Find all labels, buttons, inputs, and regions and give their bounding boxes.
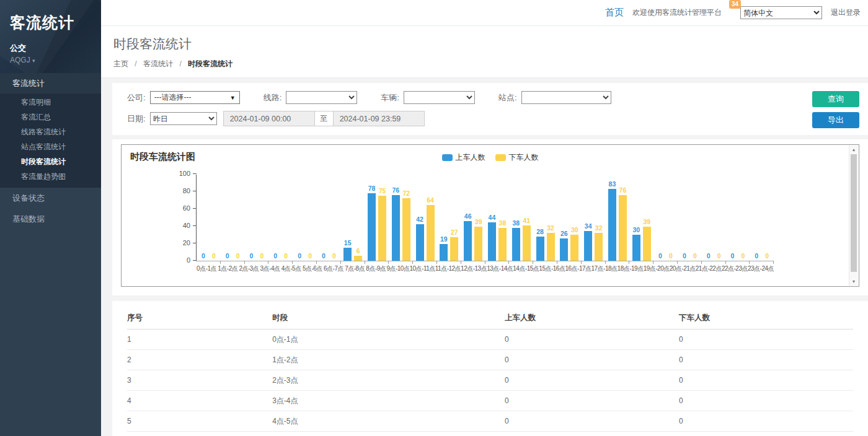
chart-panel: 时段车流统计图 上车人数下车人数 02040608010000000000000… (121, 144, 859, 287)
bar-group: 2832 (533, 175, 557, 261)
scrollbar-thumb[interactable] (851, 154, 857, 272)
y-axis-label: 20 (183, 240, 190, 246)
submenu-item[interactable]: 时段客流统计 (0, 154, 101, 169)
table-cell: 1点-2点 (272, 350, 505, 370)
query-button[interactable]: 查询 (812, 91, 859, 107)
bar-value-label: 34 (585, 222, 592, 230)
bar-group: 8376 (606, 175, 630, 261)
topbar: 首页 欢迎使用客流统计管理平台 34 简体中文 退出登录 (101, 0, 868, 26)
table-header-cell: 下车人数 (679, 306, 853, 329)
export-button[interactable]: 导出 (812, 112, 859, 128)
bar[interactable]: 42 (416, 224, 424, 261)
bar[interactable]: 38 (498, 228, 507, 261)
bar-group: 7672 (389, 175, 413, 261)
bar-value-label: 72 (402, 190, 410, 197)
chart-scrollbar[interactable]: ▲ ▼ (849, 146, 858, 286)
legend-item[interactable]: 上车人数 (442, 152, 485, 163)
x-axis-label: 19点-20点 (644, 264, 670, 273)
date-start-input[interactable] (223, 111, 315, 126)
language-select[interactable]: 简体中文 (740, 6, 822, 19)
logout-link[interactable]: 退出登录 (831, 7, 861, 18)
bar-value-label: 42 (416, 216, 423, 223)
breadcrumb-section[interactable]: 客流统计 (143, 59, 173, 68)
bar-group: 156 (341, 175, 365, 261)
x-axis-label: 3点-4点 (259, 264, 280, 273)
table-cell: 0 (679, 370, 853, 391)
bar-value-label: 0 (212, 252, 216, 259)
date-label: 日期: (127, 113, 146, 124)
bar-value-label: 0 (669, 252, 673, 259)
bar[interactable]: 76 (392, 195, 400, 261)
x-axis-label: 14点-15点 (513, 264, 539, 273)
bar[interactable]: 28 (536, 237, 544, 261)
date-end-input[interactable] (333, 111, 425, 126)
bar[interactable]: 78 (368, 193, 376, 261)
legend-item[interactable]: 下车人数 (495, 152, 539, 163)
table-cell: 0 (505, 350, 679, 370)
bar-value-label: 78 (368, 185, 376, 192)
bar-value-label: 0 (731, 252, 735, 259)
home-link[interactable]: 首页 (605, 7, 624, 19)
bar[interactable]: 64 (427, 205, 435, 261)
legend-swatch-icon (495, 154, 506, 161)
table-cell: 3 (127, 370, 272, 391)
bar[interactable]: 39 (643, 227, 651, 261)
sidebar-item-0[interactable]: 客流统计 (0, 73, 101, 94)
company-label: 公司: (127, 92, 146, 103)
bar[interactable]: 34 (584, 231, 592, 261)
submenu-item[interactable]: 客流汇总 (0, 110, 101, 124)
station-select[interactable] (521, 91, 611, 104)
x-axis-label: 9点-10点 (386, 264, 409, 273)
page-heading: 时段客流统计 主页 / 客流统计 / 时段客流统计 (101, 26, 868, 78)
bar[interactable]: 32 (595, 233, 603, 261)
bar[interactable]: 30 (570, 235, 578, 261)
table-cell: 0 (679, 391, 853, 411)
bar[interactable]: 41 (523, 225, 531, 261)
bar[interactable]: 44 (488, 222, 496, 261)
x-axis-label: 13点-14点 (487, 264, 513, 273)
table-row: 21点-2点00 (127, 350, 853, 370)
bar-group: 00 (678, 175, 702, 261)
sidebar-item-2[interactable]: 基础数据 (0, 209, 101, 230)
scrollbar-up-icon[interactable]: ▲ (849, 146, 858, 154)
bar[interactable]: 75 (378, 196, 386, 261)
bar[interactable]: 27 (450, 237, 458, 261)
bar[interactable]: 15 (343, 248, 352, 261)
bar[interactable]: 39 (474, 227, 482, 261)
table-cell: 5 (127, 411, 272, 432)
bar-value-label: 0 (202, 252, 205, 259)
bar-value-label: 30 (571, 226, 578, 233)
submenu-item[interactable]: 客流量趋势图 (0, 169, 101, 184)
bar[interactable]: 83 (608, 189, 616, 261)
sidebar-item-1[interactable]: 设备状态 (0, 188, 101, 209)
bar[interactable]: 72 (402, 198, 410, 261)
table-cell: 2 (127, 350, 272, 370)
submenu-item[interactable]: 线路客流统计 (0, 124, 101, 139)
bar[interactable]: 26 (560, 238, 568, 261)
submenu-item[interactable]: 站点客流统计 (0, 139, 101, 154)
bar[interactable]: 46 (464, 221, 472, 261)
breadcrumb-home[interactable]: 主页 (113, 59, 128, 68)
table-row: 65点-6点00 (127, 432, 853, 436)
org-code-dropdown[interactable]: AQGJ ▾ (10, 56, 92, 64)
bar[interactable]: 30 (632, 235, 640, 261)
date-preset-select[interactable]: 昨日 (150, 112, 217, 125)
line-select[interactable] (286, 91, 357, 104)
table-cell: 0 (505, 329, 679, 350)
vehicle-select[interactable] (404, 91, 475, 104)
bar[interactable]: 6 (354, 256, 362, 261)
page-title: 时段客流统计 (113, 35, 868, 53)
bar[interactable]: 76 (619, 195, 627, 261)
bar[interactable]: 32 (547, 233, 555, 261)
bar[interactable]: 38 (512, 228, 520, 261)
x-axis-label: 1点-2点 (217, 264, 238, 273)
breadcrumb-separator: / (179, 59, 181, 68)
scrollbar-down-icon[interactable]: ▼ (849, 277, 858, 286)
bar-group: 00 (726, 175, 750, 261)
chevron-down-icon: ▾ (32, 58, 35, 64)
company-select[interactable]: ---请选择--- ▼ (150, 91, 240, 104)
submenu-item[interactable]: 客流明细 (0, 95, 101, 110)
bar-value-label: 0 (298, 252, 301, 259)
bar-group: 1927 (437, 175, 461, 261)
bar[interactable]: 19 (440, 244, 448, 261)
